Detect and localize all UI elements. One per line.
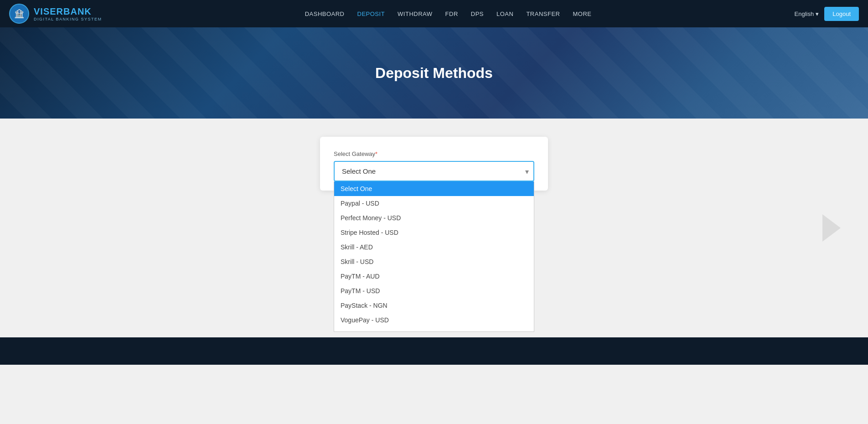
deposit-card: Select Gateway* Select One Paypal - USD … bbox=[320, 137, 548, 191]
required-marker: * bbox=[375, 150, 377, 157]
dropdown-item[interactable]: PayTM - USD bbox=[334, 284, 534, 298]
dropdown-item[interactable]: Skrill - USD bbox=[334, 254, 534, 269]
navbar-right: English ▾ Logout bbox=[795, 7, 859, 21]
nav-link-fdr[interactable]: FDR bbox=[445, 10, 458, 17]
dropdown-item[interactable]: Paypal - USD bbox=[334, 196, 534, 211]
nav-item-deposit[interactable]: DEPOSIT bbox=[357, 10, 385, 18]
arrow-right-decoration bbox=[822, 214, 841, 242]
nav-item-loan[interactable]: LOAN bbox=[496, 10, 513, 18]
hero-banner: Deposit Methods bbox=[0, 27, 868, 119]
dropdown-item[interactable]: PayTM - AUD bbox=[334, 269, 534, 284]
footer bbox=[0, 337, 868, 365]
dropdown-item[interactable]: Flutterwave - USD bbox=[334, 327, 534, 332]
nav-link-deposit[interactable]: DEPOSIT bbox=[357, 10, 385, 17]
hero-title: Deposit Methods bbox=[375, 65, 493, 82]
nav-link-withdraw[interactable]: WITHDRAW bbox=[398, 10, 432, 17]
language-selector[interactable]: English ▾ bbox=[795, 10, 819, 17]
nav-item-dps[interactable]: DPS bbox=[471, 10, 484, 18]
gateway-select[interactable]: Select One Paypal - USD Perfect Money - … bbox=[334, 161, 534, 181]
nav-item-withdraw[interactable]: WITHDRAW bbox=[398, 10, 432, 18]
dropdown-item[interactable]: Skrill - AED bbox=[334, 240, 534, 254]
navbar: 🏦 VISERBANK DIGITAL BANKING SYSTEM DASHB… bbox=[0, 0, 868, 27]
dropdown-item[interactable]: Stripe Hosted - USD bbox=[334, 225, 534, 240]
nav-link-loan[interactable]: LOAN bbox=[496, 10, 513, 17]
dropdown-item[interactable]: PayStack - NGN bbox=[334, 298, 534, 313]
nav-link-more[interactable]: MORE bbox=[573, 10, 591, 17]
dropdown-item[interactable]: VoguePay - USD bbox=[334, 313, 534, 327]
language-label: English bbox=[795, 10, 814, 17]
select-gateway-wrapper: Select One Paypal - USD Perfect Money - … bbox=[334, 161, 534, 181]
logo-icon: 🏦 bbox=[9, 4, 29, 24]
nav-item-more[interactable]: MORE bbox=[573, 10, 591, 18]
dropdown-item[interactable]: Select One bbox=[334, 181, 534, 196]
nav-item-transfer[interactable]: TRANSFER bbox=[526, 10, 560, 18]
logo-brand: VISERBANK bbox=[34, 6, 102, 17]
dropdown-item[interactable]: Perfect Money - USD bbox=[334, 211, 534, 225]
nav-item-fdr[interactable]: FDR bbox=[445, 10, 458, 18]
chevron-down-icon: ▾ bbox=[816, 10, 819, 17]
navbar-left: 🏦 VISERBANK DIGITAL BANKING SYSTEM bbox=[9, 4, 102, 24]
nav-menu: DASHBOARD DEPOSIT WITHDRAW FDR DPS LOAN … bbox=[305, 10, 592, 18]
main-content: Select Gateway* Select One Paypal - USD … bbox=[0, 119, 868, 337]
nav-link-dashboard[interactable]: DASHBOARD bbox=[305, 10, 345, 17]
nav-link-transfer[interactable]: TRANSFER bbox=[526, 10, 560, 17]
label-text: Select Gateway bbox=[334, 150, 375, 157]
nav-item-dashboard[interactable]: DASHBOARD bbox=[305, 10, 345, 18]
logo-text: VISERBANK DIGITAL BANKING SYSTEM bbox=[34, 6, 102, 21]
logout-button[interactable]: Logout bbox=[824, 7, 859, 21]
logo-sub: DIGITAL BANKING SYSTEM bbox=[34, 17, 102, 21]
gateway-dropdown-list[interactable]: Select OnePaypal - USDPerfect Money - US… bbox=[334, 181, 534, 332]
select-gateway-label: Select Gateway* bbox=[334, 150, 534, 157]
nav-link-dps[interactable]: DPS bbox=[471, 10, 484, 17]
